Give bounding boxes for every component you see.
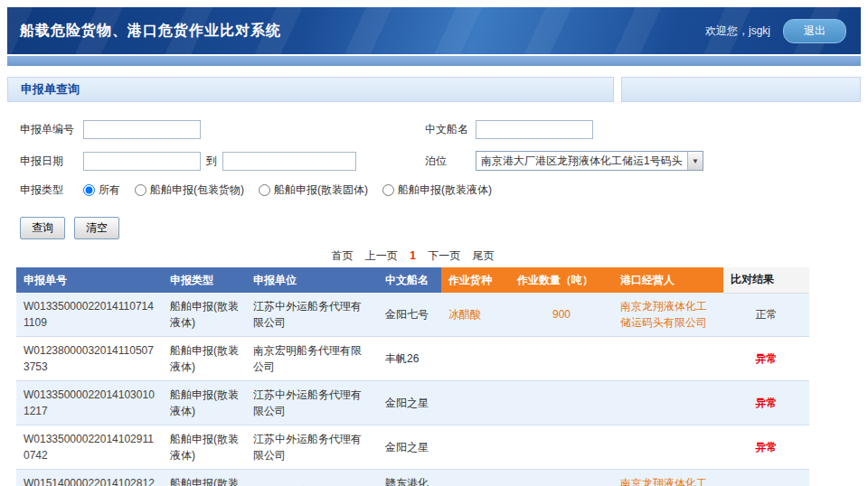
header-row: 申报单号申报类型申报单位中文船名作业货种作业数量（吨）港口经营人比对结果 bbox=[16, 267, 809, 293]
logout-button[interactable]: 退出 bbox=[783, 19, 846, 43]
cell-quantity bbox=[510, 381, 613, 425]
cell-declaration-no: W013350000220141029110742 bbox=[16, 425, 163, 470]
berth-select[interactable]: 南京港大厂港区龙翔液体化工储运1号码头 ▼ bbox=[476, 151, 703, 171]
cell-result: 异常 bbox=[723, 425, 809, 470]
cell-agency: 江苏中外运船务代理有限公司 bbox=[246, 381, 378, 425]
cell-quantity bbox=[510, 425, 613, 470]
cell-cargo bbox=[441, 425, 510, 470]
section-bar-main: 申报单查询 bbox=[7, 77, 614, 102]
results-header: 申报单号申报类型申报单位中文船名作业货种作业数量（吨）港口经营人比对结果 bbox=[16, 267, 809, 293]
cell-type: 船舶申报(散装液体) bbox=[163, 425, 246, 470]
radio-input[interactable] bbox=[259, 184, 270, 196]
table-row: W013350000220141030101217船舶申报(散装液体)江苏中外运… bbox=[16, 381, 809, 425]
pagination-prev[interactable]: 上一页 bbox=[365, 249, 398, 262]
type-label: 申报类型 bbox=[20, 182, 83, 198]
section-bar: 申报单查询 bbox=[7, 77, 861, 102]
form-row-2: 申报日期 到 泊位 南京港大厂港区龙翔液体化工储运1号码头 ▼ bbox=[20, 151, 855, 171]
berth-selected-value: 南京港大厂港区龙翔液体化工储运1号码头 bbox=[476, 154, 687, 169]
cell-quantity: 900 bbox=[510, 293, 613, 337]
cell-cargo bbox=[441, 337, 510, 381]
date-group: 申报日期 到 bbox=[20, 152, 425, 171]
page-title: 申报单查询 bbox=[21, 81, 80, 98]
table-row: W013350000220141107141109船舶申报(散装液体)江苏中外运… bbox=[16, 293, 809, 337]
cell-type: 船舶申报(散装液体) bbox=[163, 337, 246, 381]
cell-cargo: 冰醋酸 bbox=[441, 293, 510, 337]
pagination-last[interactable]: 尾页 bbox=[473, 249, 495, 262]
cell-operator: 南京龙翔液体化工储运码头有限公司 bbox=[613, 293, 723, 337]
cell-ship-name: 金阳七号 bbox=[378, 293, 441, 337]
cell-operator bbox=[613, 425, 723, 470]
pagination-current-page: 1 bbox=[410, 249, 416, 262]
cell-result: 正常 bbox=[723, 470, 809, 486]
table-row: W015140000220141028122151船舶申报(散装液体)江西东港航… bbox=[16, 470, 809, 486]
radio-label: 船舶申报(散装液体) bbox=[398, 182, 492, 198]
cell-ship-name: 金阳之星 bbox=[378, 381, 441, 425]
cell-agency: 江西东港航运有限公司 bbox=[246, 470, 378, 486]
form-actions: 查询 清空 bbox=[7, 210, 861, 239]
header-right: 欢迎您，jsgkj 退出 bbox=[705, 19, 846, 43]
clear-button[interactable]: 清空 bbox=[74, 217, 119, 239]
pagination: 首页 上一页 1 下一页 尾页 bbox=[16, 248, 809, 264]
cell-agency: 江苏中外运船务代理有限公司 bbox=[246, 425, 378, 470]
declaration-no-label: 申报单编号 bbox=[20, 122, 83, 137]
radio-type-option-0[interactable]: 所有 bbox=[83, 182, 120, 198]
date-to-label: 到 bbox=[206, 154, 217, 169]
cell-agency: 南京宏明船务代理有限公司 bbox=[246, 337, 378, 381]
cell-declaration-no: W015140000220141028122151 bbox=[16, 470, 163, 486]
date-label: 申报日期 bbox=[20, 154, 83, 169]
section-bar-side bbox=[621, 77, 861, 102]
declaration-no-group: 申报单编号 bbox=[20, 120, 425, 139]
cell-type: 船舶申报(散装液体) bbox=[163, 470, 246, 486]
berth-group: 泊位 南京港大厂港区龙翔液体化工储运1号码头 ▼ bbox=[425, 151, 703, 171]
cell-declaration-no: W012380000320141105073753 bbox=[16, 337, 163, 381]
date-to-input[interactable] bbox=[222, 152, 356, 171]
ship-name-label: 中文船名 bbox=[425, 122, 476, 137]
column-header: 港口经营人 bbox=[613, 267, 723, 293]
results-body: W013350000220141107141109船舶申报(散装液体)江苏中外运… bbox=[16, 293, 809, 486]
ship-name-group: 中文船名 bbox=[425, 120, 593, 139]
radio-type-option-3[interactable]: 船舶申报(散装液体) bbox=[382, 182, 492, 198]
cell-agency: 江苏中外运船务代理有限公司 bbox=[246, 293, 378, 337]
radio-input[interactable] bbox=[83, 184, 95, 196]
pagination-first[interactable]: 首页 bbox=[331, 249, 353, 262]
radio-label: 船舶申报(包装货物) bbox=[150, 182, 244, 198]
column-header: 比对结果 bbox=[723, 267, 809, 293]
app-header: 船载危险货物、港口危货作业比对系统 欢迎您，jsgkj 退出 bbox=[7, 7, 861, 54]
radio-input[interactable] bbox=[135, 184, 146, 196]
page: 船载危险货物、港口危货作业比对系统 欢迎您，jsgkj 退出 申报单查询 申报单… bbox=[0, 0, 868, 486]
radio-input[interactable] bbox=[382, 184, 394, 196]
radio-type-option-1[interactable]: 船舶申报(包装货物) bbox=[135, 182, 244, 198]
cell-ship-name: 赣东港化166 bbox=[378, 470, 441, 486]
cell-quantity: 600 bbox=[510, 470, 613, 486]
date-from-input[interactable] bbox=[83, 152, 201, 171]
cell-type: 船舶申报(散装液体) bbox=[163, 381, 246, 425]
pagination-next[interactable]: 下一页 bbox=[428, 249, 460, 262]
cell-cargo: 甲醇 bbox=[441, 470, 510, 486]
column-header: 作业数量（吨） bbox=[510, 267, 613, 293]
form-row-3: 申报类型 所有船舶申报(包装货物)船舶申报(散装固体)船舶申报(散装液体) bbox=[20, 182, 855, 198]
column-header: 申报单位 bbox=[246, 267, 378, 293]
table-row: W013350000220141029110742船舶申报(散装液体)江苏中外运… bbox=[16, 425, 809, 470]
cell-cargo bbox=[441, 381, 510, 425]
cell-quantity bbox=[510, 337, 613, 381]
cell-result: 正常 bbox=[723, 293, 809, 337]
radio-type-option-2[interactable]: 船舶申报(散装固体) bbox=[259, 182, 368, 198]
app-title: 船载危险货物、港口危货作业比对系统 bbox=[20, 22, 281, 41]
cell-ship-name: 金阳之星 bbox=[378, 425, 441, 470]
cell-declaration-no: W013350000220141030101217 bbox=[16, 381, 163, 425]
table-row: W012380000320141105073753船舶申报(散装液体)南京宏明船… bbox=[16, 337, 809, 381]
column-header: 作业货种 bbox=[441, 267, 510, 293]
type-radio-group: 所有船舶申报(包装货物)船舶申报(散装固体)船舶申报(散装液体) bbox=[83, 182, 492, 198]
column-header: 中文船名 bbox=[378, 267, 441, 293]
declaration-no-input[interactable] bbox=[83, 120, 201, 139]
form-row-1: 申报单编号 中文船名 bbox=[20, 120, 855, 139]
results-table: 申报单号申报类型申报单位中文船名作业货种作业数量（吨）港口经营人比对结果 W01… bbox=[16, 267, 809, 486]
radio-label: 所有 bbox=[99, 182, 120, 198]
ship-name-input[interactable] bbox=[476, 120, 593, 139]
chevron-down-icon[interactable]: ▼ bbox=[687, 152, 703, 170]
cell-operator: 南京龙翔液体化工储运码头有限公司 bbox=[613, 470, 723, 486]
query-form: 申报单编号 中文船名 申报日期 到 泊位 南京港大厂港区龙翔液体化工储运1号码头… bbox=[7, 117, 861, 198]
cell-result: 异常 bbox=[723, 381, 809, 425]
column-header: 申报类型 bbox=[163, 267, 246, 293]
query-button[interactable]: 查询 bbox=[20, 217, 65, 239]
